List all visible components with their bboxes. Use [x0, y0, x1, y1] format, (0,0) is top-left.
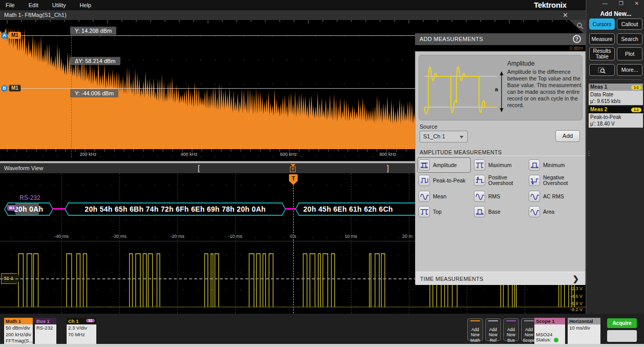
- window-edge: [0, 344, 644, 347]
- add-new-bus-button[interactable]: Add New Bus: [503, 318, 519, 341]
- measurement-info-panel: a Amplitude Amplitude is the difference …: [419, 55, 583, 120]
- measurement-icon: [529, 159, 540, 171]
- add-new-title: Add New...: [587, 10, 644, 17]
- cursor-delta-readout: ΔY: 58.214 dBm: [70, 57, 120, 65]
- measurement-icon: [474, 191, 485, 202]
- help-icon[interactable]: ?: [573, 35, 581, 43]
- panel-resize-grip[interactable]: ⋮: [586, 151, 589, 165]
- dialog-titlebar[interactable]: ADD MEASUREMENTS ?: [415, 33, 586, 45]
- zoom-tool-button[interactable]: [589, 64, 615, 76]
- trigger-indicator-small: T: [290, 164, 296, 172]
- acquire-button[interactable]: Acquire: [607, 318, 637, 328]
- measurement-item-maximum[interactable]: Maximum: [474, 159, 512, 171]
- measurement-item-top[interactable]: Top: [419, 206, 442, 217]
- amplitude-section-header: AMPLITUDE MEASUREMENTS: [420, 149, 502, 155]
- info-title: Amplitude: [507, 60, 534, 67]
- measure-button[interactable]: Measure: [589, 33, 615, 45]
- menu-file[interactable]: File: [6, 2, 15, 8]
- meas2-badge[interactable]: Meas 21-1 Peak-to-Peak µ': 18.40 V: [589, 106, 643, 128]
- meas1-count-pill: 1-1: [631, 85, 641, 90]
- ch1-badge[interactable]: Ch 1 S1 2.3 V/div 70 MHz: [67, 318, 96, 344]
- window-controls: — ❐ ✕: [603, 1, 639, 6]
- measurement-item-area[interactable]: Area: [529, 206, 554, 217]
- marker-b[interactable]: B M1: [1, 85, 21, 92]
- add-measurements-dialog: a Amplitude Amplitude is the difference …: [415, 51, 586, 284]
- menu-utility[interactable]: Utility: [52, 2, 66, 8]
- marker-a-tag: M1: [9, 32, 21, 39]
- status-indicator: [554, 338, 558, 342]
- time-measurements-section[interactable]: TIME MEASUREMENTS ❯: [416, 272, 585, 285]
- cursor-b-readout: Y: -44.006 dBm: [70, 89, 118, 97]
- measurement-icon: [419, 191, 430, 202]
- source-label: Source: [420, 124, 438, 130]
- scope-status-label: Status:: [536, 337, 551, 343]
- measurement-icon: [419, 206, 430, 217]
- measurement-item-rms[interactable]: RMS: [474, 191, 500, 202]
- cursor-a-readout: Y: 14.208 dBm: [70, 27, 116, 35]
- measurement-item-ac-rms[interactable]: AC RMS: [529, 191, 564, 202]
- trigger-marker[interactable]: T: [289, 174, 298, 185]
- restore-icon[interactable]: ❐: [619, 1, 624, 6]
- source-dropdown[interactable]: S1_Ch 1: [420, 131, 468, 142]
- bus-idle-line: [52, 208, 66, 210]
- callout-button[interactable]: Callout: [617, 18, 642, 30]
- bus-badge[interactable]: B1: [7, 205, 16, 211]
- zoom-bracket-right[interactable]: ]: [387, 164, 389, 173]
- measurement-icon: [529, 175, 540, 186]
- cursors-button[interactable]: Cursors: [589, 18, 615, 30]
- measurement-item-minimum[interactable]: Minimum: [529, 159, 565, 171]
- bus-packet[interactable]: 20h 54h 65h 6Bh 74h 72h 6Fh 6Eh 69h 78h …: [65, 202, 286, 216]
- measurement-item-amplitude[interactable]: Amplitude: [419, 159, 457, 171]
- scope1-badge[interactable]: Scope 1 MSO24 Status:: [534, 318, 565, 344]
- ch1-source-pill: S1: [86, 319, 95, 322]
- dialog-gap: 0 dBm: [415, 45, 586, 51]
- chevron-down-icon: [460, 136, 464, 138]
- freq-label-600: 600 kHz: [280, 152, 297, 157]
- measurement-item-peak-to-peak[interactable]: Peak-to-Peak: [419, 175, 466, 186]
- menu-help[interactable]: Help: [80, 2, 92, 8]
- freq-label-800: 800 kHz: [379, 152, 396, 157]
- measurement-icon: [529, 206, 540, 217]
- horizontal-badge[interactable]: Horizontal 10 ms/div: [568, 318, 600, 344]
- plot-button[interactable]: Plot: [617, 47, 642, 60]
- magnifier-icon: [576, 22, 584, 30]
- bus-decode-label: RS-232: [19, 194, 40, 201]
- minimize-icon[interactable]: —: [603, 1, 608, 6]
- zoom-bracket-left[interactable]: [: [198, 164, 200, 173]
- meas2-count-pill: 1-1: [631, 108, 641, 112]
- measurement-icon: [529, 191, 540, 202]
- search-button[interactable]: Search: [617, 33, 642, 45]
- add-new-math-button[interactable]: Add New Math: [467, 318, 483, 341]
- add-new-ref-button[interactable]: Add New Ref: [485, 318, 501, 341]
- measurement-icon: [474, 175, 485, 186]
- meas1-badge[interactable]: Meas 11-1 Data Rate µ': 9.615 kb/s: [589, 84, 643, 105]
- measurement-icon: [419, 159, 430, 171]
- math1-badge[interactable]: Math 1 50 dBm/div 200 kHz/div FFTmag(S..…: [4, 318, 33, 344]
- marker-a[interactable]: A M1: [1, 32, 21, 39]
- more-button[interactable]: More...: [617, 64, 642, 76]
- marker-a-circle: A: [1, 32, 8, 39]
- amplitude-thumbnail: [421, 56, 506, 120]
- measurement-icon: [474, 206, 485, 217]
- measurement-item-base[interactable]: Base: [474, 206, 501, 217]
- results-table-button[interactable]: Results Table: [589, 47, 615, 60]
- menu-edit[interactable]: Edit: [29, 2, 38, 8]
- measurement-item-negative-overshoot[interactable]: Negative Overshoot: [529, 175, 576, 186]
- freq-label-400: 400 kHz: [180, 152, 197, 157]
- acquire-secondary-button[interactable]: [607, 330, 637, 342]
- sidebar: — ❐ ✕ Add New... Cursors Callout Measure…: [586, 0, 644, 314]
- measurement-item-positive-overshoot[interactable]: Positive Overshoot: [474, 175, 521, 186]
- arrow-label: a: [495, 86, 498, 92]
- bus1-badge[interactable]: Bus 1 RS-232: [35, 318, 56, 344]
- close-icon[interactable]: ✕: [635, 1, 639, 6]
- measurement-icon: [419, 175, 430, 186]
- measurement-item-mean[interactable]: Mean: [419, 191, 446, 202]
- fft-right-axis-label: 0 dBm: [570, 46, 583, 51]
- menu-bar: File Edit Utility Help: [0, 0, 586, 10]
- settings-bar: Math 1 50 dBm/div 200 kHz/div FFTmag(S..…: [0, 314, 644, 344]
- marker-b-circle: B: [1, 85, 8, 92]
- freq-label-200: 200 kHz: [79, 152, 96, 157]
- add-button[interactable]: Add: [555, 130, 580, 142]
- bus-idle-line: [285, 208, 296, 210]
- math-view-close-icon[interactable]: ✕: [563, 10, 568, 20]
